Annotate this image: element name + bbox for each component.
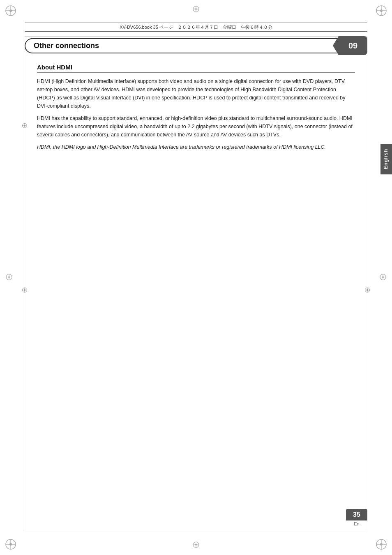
svg-point-19 [195, 8, 197, 10]
reg-mark-bl [3, 537, 18, 552]
crosshair-left-inner-mid [21, 287, 28, 295]
svg-point-11 [9, 543, 12, 546]
chapter-number-box: 09 [339, 36, 367, 55]
svg-point-3 [9, 9, 12, 12]
svg-point-27 [8, 276, 10, 278]
crosshair-left-inner-top [21, 122, 28, 130]
svg-point-43 [367, 289, 368, 291]
chapter-number: 09 [348, 41, 357, 51]
reg-mark-tr [374, 3, 389, 18]
svg-point-39 [24, 289, 25, 291]
paragraph-2: HDMI has the capability to support stand… [37, 114, 355, 139]
page-number: 35 [353, 511, 360, 518]
page-number-area: 35 En [346, 509, 367, 526]
header-bar: XV-DV656.book 35 ページ ２０２６年４月７日 金曜日 午後６時４… [25, 23, 367, 32]
svg-point-31 [382, 276, 384, 278]
book-info-text: XV-DV656.book 35 ページ ２０２６年４月７日 金曜日 午後６時４… [120, 24, 272, 30]
section-body: HDMI (High Definition Multimedia Interfa… [37, 77, 355, 151]
horizontal-line-bottom [25, 531, 367, 531]
side-tab-english: English [380, 144, 392, 174]
svg-point-15 [380, 543, 383, 546]
svg-point-7 [380, 9, 383, 12]
page-wrapper: XV-DV656.book 35 ページ ２０２６年４月７日 金曜日 午後６時４… [0, 0, 392, 555]
crosshair-right-mid [379, 273, 387, 282]
crosshair-top-center [192, 5, 200, 14]
svg-point-23 [195, 544, 197, 546]
vertical-line-left [24, 23, 24, 532]
page-en-label: En [354, 521, 359, 526]
main-content: About HDMI HDMI (High Definition Multime… [37, 64, 355, 514]
svg-point-35 [24, 125, 25, 127]
section-title: About HDMI [37, 64, 355, 73]
crosshair-bottom-center [192, 541, 200, 550]
crosshair-right-inner-mid [364, 287, 371, 295]
crosshair-left-mid [5, 273, 13, 282]
chapter-title: Other connections [34, 41, 99, 50]
side-tab-label: English [383, 149, 389, 169]
vertical-line-right [368, 23, 368, 532]
chapter-title-box: Other connections [25, 38, 339, 53]
about-hdmi-section: About HDMI HDMI (High Definition Multime… [37, 64, 355, 151]
reg-mark-tl [3, 3, 18, 18]
paragraph-1: HDMI (High Definition Multimedia Interfa… [37, 77, 355, 110]
chapter-header: Other connections 09 [25, 36, 367, 55]
page-number-badge: 35 [346, 509, 367, 520]
reg-mark-br [374, 537, 389, 552]
paragraph-3-trademark: HDMI, the HDMI logo and High-Definition … [37, 143, 355, 151]
